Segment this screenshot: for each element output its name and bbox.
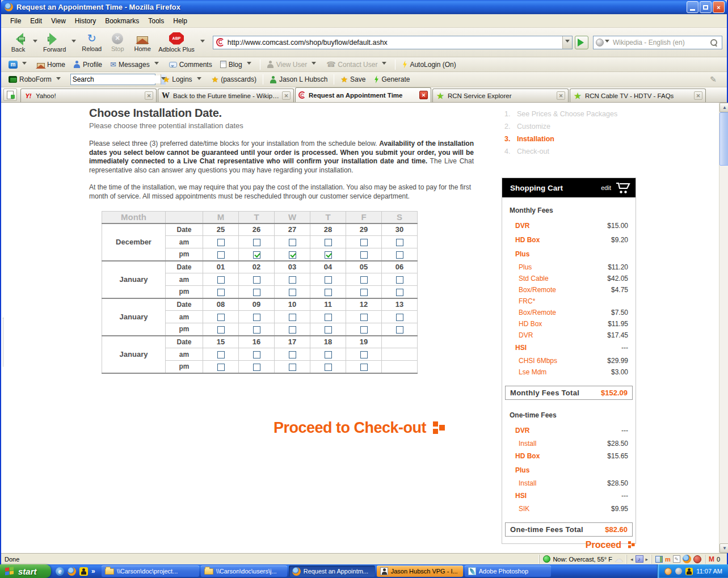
quicklaunch-aim-icon[interactable] xyxy=(79,567,88,576)
timeslot-checkbox[interactable] xyxy=(289,276,296,284)
timeslot-checkbox[interactable] xyxy=(289,251,296,259)
weather-widget[interactable]: Now: Overcast, 55° F ☁ xyxy=(539,555,626,564)
autologin-button[interactable]: AutoLogin (On) xyxy=(398,61,460,69)
sidebar-grippy[interactable] xyxy=(1,318,3,366)
tab-1[interactable]: WBack to the Future timeline - Wikipedi.… xyxy=(158,88,294,102)
timeslot-checkbox[interactable] xyxy=(217,314,225,321)
timeslot-checkbox[interactable] xyxy=(325,251,332,259)
generate-button[interactable]: Generate xyxy=(369,75,414,83)
timeslot-checkbox[interactable] xyxy=(253,351,260,358)
quicklaunch-firefox-icon[interactable] xyxy=(68,567,76,576)
scroll-up-button[interactable]: ▲ xyxy=(719,103,728,112)
comments-button[interactable]: Comments xyxy=(165,61,216,69)
tab-close-icon[interactable]: ✕ xyxy=(694,91,702,100)
timeslot-checkbox[interactable] xyxy=(325,289,332,296)
taskbar-button-2[interactable]: Request an Appointm... xyxy=(289,566,375,577)
step-customize[interactable]: 2.Customize xyxy=(504,120,636,133)
timeslot-checkbox[interactable] xyxy=(253,276,260,284)
step-see-prices-choose-packages[interactable]: 1.See Prices & Choose Packages xyxy=(504,108,636,120)
timeslot-checkbox[interactable] xyxy=(217,239,225,246)
timeslot-checkbox[interactable] xyxy=(253,239,260,246)
blog-button[interactable]: Blog xyxy=(216,61,258,69)
vertical-scrollbar[interactable]: ▲ ▼ xyxy=(719,103,728,553)
web-search-input[interactable] xyxy=(613,39,710,47)
media-next-icon[interactable]: ▸ xyxy=(646,556,649,562)
taskbar-button-4[interactable]: Adobe Photoshop xyxy=(465,566,551,577)
cart-edit-link[interactable]: edit xyxy=(601,184,611,191)
music-note-icon[interactable]: ♪ xyxy=(636,555,643,563)
roboform-menu-button[interactable]: RoboForm xyxy=(5,75,67,83)
title-bar[interactable]: Request an Appointment Time - Mozilla Fi… xyxy=(1,0,727,14)
back-dropdown-icon[interactable] xyxy=(33,40,37,45)
timeslot-checkbox[interactable] xyxy=(217,364,225,371)
taskbar-button-0[interactable]: \\Carson\doc\project... xyxy=(102,566,199,577)
passcards-button[interactable]: ★ (passcards) xyxy=(208,75,260,84)
fill-forms-pencil-icon[interactable]: ✎ xyxy=(710,75,717,84)
menu-file[interactable]: File xyxy=(6,15,26,27)
tab-close-icon[interactable]: ✕ xyxy=(557,91,565,100)
start-button[interactable]: start xyxy=(0,564,51,578)
tray-aim-icon[interactable] xyxy=(685,568,693,575)
timeslot-checkbox[interactable] xyxy=(360,276,368,284)
tray-clock-app-icon[interactable] xyxy=(664,568,672,575)
timeslot-checkbox[interactable] xyxy=(253,314,260,321)
back-button[interactable]: Back xyxy=(6,31,31,54)
step-check-out[interactable]: 4.Check-out xyxy=(504,145,636,158)
timeslot-checkbox[interactable] xyxy=(360,239,368,246)
menu-view[interactable]: View xyxy=(47,15,70,27)
timeslot-checkbox[interactable] xyxy=(289,289,296,296)
tab-close-icon[interactable]: ✕ xyxy=(419,91,428,99)
url-history-dropdown[interactable] xyxy=(562,36,572,49)
timeslot-checkbox[interactable] xyxy=(360,351,368,358)
forward-button[interactable]: Forward xyxy=(40,31,69,54)
timeslot-checkbox[interactable] xyxy=(289,239,296,246)
firefox-status-icon[interactable] xyxy=(683,555,691,563)
save-button[interactable]: ★ Save xyxy=(336,75,369,84)
timeslot-checkbox[interactable] xyxy=(325,314,332,321)
forward-dropdown-icon[interactable] xyxy=(71,40,76,45)
tab-4[interactable]: ★RCN Cable TV - HDTV - FAQs✕ xyxy=(570,88,706,102)
timeslot-checkbox[interactable] xyxy=(289,326,296,334)
timeslot-checkbox[interactable] xyxy=(360,289,368,296)
menu-history[interactable]: History xyxy=(70,15,100,27)
menu-bookmarks[interactable]: Bookmarks xyxy=(100,15,144,27)
contact-user-button[interactable]: ☎ Contact User xyxy=(322,60,393,69)
minimize-button[interactable] xyxy=(687,1,698,13)
timeslot-checkbox[interactable] xyxy=(325,326,332,334)
layout-grid-icon[interactable] xyxy=(655,556,663,563)
home-button[interactable]: Home xyxy=(130,32,155,53)
go-button[interactable] xyxy=(575,36,588,49)
m-brand-button[interactable]: m xyxy=(5,61,33,69)
timeslot-checkbox[interactable] xyxy=(217,326,225,334)
timeslot-checkbox[interactable] xyxy=(217,289,225,296)
timeslot-checkbox[interactable] xyxy=(217,251,225,259)
taskbar-button-3[interactable]: Jason Hubsch VPG - I... xyxy=(377,566,463,577)
timeslot-checkbox[interactable] xyxy=(396,276,403,284)
timeslot-checkbox[interactable] xyxy=(396,326,403,334)
timeslot-checkbox[interactable] xyxy=(289,351,296,358)
reload-button[interactable]: ↻ Reload xyxy=(78,32,105,53)
timeslot-checkbox[interactable] xyxy=(253,289,260,296)
scroll-down-button[interactable]: ▼ xyxy=(719,543,728,553)
scrollbar-thumb[interactable] xyxy=(719,112,728,166)
timeslot-checkbox[interactable] xyxy=(325,276,332,284)
timeslot-checkbox[interactable] xyxy=(360,314,368,321)
timeslot-checkbox[interactable] xyxy=(360,326,368,334)
timeslot-checkbox[interactable] xyxy=(253,364,260,371)
new-tab-button[interactable] xyxy=(3,88,17,101)
timeslot-checkbox[interactable] xyxy=(396,314,403,321)
menu-help[interactable]: Help xyxy=(169,15,192,27)
roboform-search-input[interactable] xyxy=(71,75,161,83)
adblock-plus-button[interactable]: ABP Adblock Plus xyxy=(155,31,198,54)
restore-button[interactable] xyxy=(700,1,712,13)
timeslot-checkbox[interactable] xyxy=(217,276,225,284)
search-engine-dropdown-icon[interactable] xyxy=(605,40,609,45)
tab-2[interactable]: CRequest an Appointment Time✕ xyxy=(295,87,431,102)
tab-0[interactable]: Y!Yahoo!✕ xyxy=(20,88,157,102)
identity-button[interactable]: Jason L Hubsch xyxy=(266,75,332,83)
timeslot-checkbox[interactable] xyxy=(253,326,260,334)
tab-3[interactable]: ★RCN Service Explorer✕ xyxy=(432,88,569,102)
timeslot-checkbox[interactable] xyxy=(325,239,332,246)
search-magnifier-icon[interactable] xyxy=(710,39,717,46)
timeslot-checkbox[interactable] xyxy=(325,351,332,358)
